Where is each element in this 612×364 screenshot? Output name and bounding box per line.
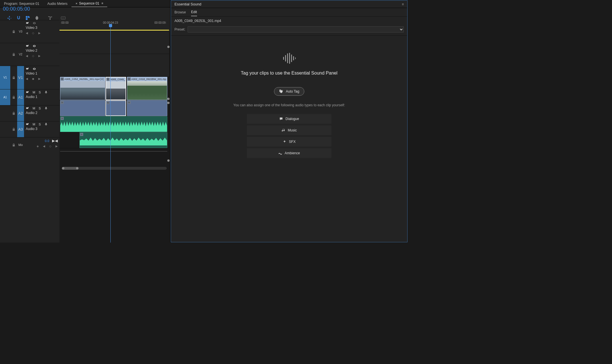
voiceover-icon[interactable] <box>44 91 48 94</box>
audio-type-music[interactable]: Music <box>247 125 331 135</box>
clip-a1-2[interactable]: fx <box>106 100 126 116</box>
clip-a2-1[interactable]: fx <box>60 116 167 132</box>
source-patch-a1[interactable]: A1 <box>0 89 10 105</box>
horizontal-scrollbar[interactable] <box>62 167 167 170</box>
lock-a1[interactable] <box>10 89 17 105</box>
timeline-clips-area[interactable]: :00:00 00:00:04:23 00:00:09: fx A005_C05… <box>59 20 170 243</box>
track-header-v1[interactable]: V1 V1 Video 1 ◀◆▶ <box>0 66 59 89</box>
audio-type-ambience[interactable]: Ambience <box>247 148 331 158</box>
solo-button[interactable]: S <box>39 123 41 126</box>
track-header-v2[interactable]: V2 Video 2 ◀◇▶ <box>0 43 59 66</box>
tab-edit[interactable]: Edit <box>191 8 197 16</box>
tab-sequence[interactable]: × Sequence 01 ≡ <box>71 0 107 7</box>
clip-a3-1[interactable]: fx <box>80 132 167 148</box>
solo-button[interactable]: S <box>39 91 41 94</box>
work-area-bar[interactable] <box>59 30 169 31</box>
target-v2[interactable]: V2 <box>17 43 24 66</box>
clip-a1-3[interactable]: fx <box>127 100 167 116</box>
track-header-v3[interactable]: V3 Video 3 ◀◇▶ <box>0 20 59 43</box>
target-v1[interactable]: V1 <box>17 66 24 89</box>
source-patch-v2[interactable] <box>0 43 10 66</box>
playhead[interactable] <box>110 25 111 243</box>
source-patch-a3[interactable] <box>0 121 10 137</box>
fx-badge[interactable]: fx <box>128 77 131 81</box>
target-a3[interactable]: A3 <box>17 121 24 137</box>
snap-icon[interactable] <box>16 15 21 21</box>
timecode-display[interactable]: 00:00:05:00 <box>3 6 69 12</box>
scroll-dot[interactable] <box>167 98 170 100</box>
mix-value[interactable]: 0.0 <box>45 139 49 143</box>
panel-menu-icon[interactable]: ≡ <box>402 2 404 6</box>
sync-lock-icon[interactable] <box>26 123 29 126</box>
solo-button[interactable]: S <box>39 107 41 110</box>
lock-v1[interactable] <box>10 66 17 89</box>
fx-badge[interactable]: fx <box>61 77 64 81</box>
mute-button[interactable]: M <box>33 91 35 94</box>
keyframe-nav-v3[interactable]: ◀◇▶ <box>26 31 58 35</box>
eye-icon[interactable] <box>33 21 36 25</box>
source-patch-a2[interactable] <box>0 105 10 121</box>
sync-lock-icon[interactable] <box>26 91 29 94</box>
auto-tag-button[interactable]: Auto Tag <box>274 87 304 96</box>
clip-v1-3[interactable]: fx A002_C018_0922BW_001.mp <box>127 77 167 100</box>
scroll-dot[interactable] <box>167 159 170 162</box>
source-patch-v1[interactable]: V1 <box>0 66 10 89</box>
clip-v1-2[interactable]: fx A005_C049_ <box>106 77 126 100</box>
sync-lock-icon[interactable] <box>26 44 29 48</box>
sync-lock-icon[interactable] <box>26 67 29 71</box>
settings-icon[interactable] <box>47 15 53 21</box>
fx-badge[interactable]: fx <box>128 101 131 104</box>
lock-a2[interactable] <box>10 105 17 121</box>
mute-button[interactable]: M <box>33 107 35 110</box>
mute-button[interactable]: M <box>33 123 35 126</box>
target-v3[interactable]: V3 <box>17 20 24 43</box>
close-icon[interactable]: × <box>75 2 77 5</box>
track-name-v3: Video 3 <box>26 26 58 30</box>
sync-lock-icon[interactable] <box>26 107 29 110</box>
sync-lock-icon[interactable] <box>26 21 29 25</box>
audio-type-dialogue[interactable]: Dialogue <box>247 114 331 124</box>
preset-dropdown[interactable] <box>188 26 404 33</box>
fx-badge[interactable]: fx <box>106 78 110 81</box>
track-header-mix[interactable]: Mix 0.0 ▶◀ ◈◀◇▶ <box>0 137 59 153</box>
linked-selection-icon[interactable] <box>25 15 30 21</box>
insert-overwrite-icon[interactable] <box>7 15 12 21</box>
tab-menu-icon[interactable]: ≡ <box>102 2 103 5</box>
source-patch-v3[interactable] <box>0 20 10 43</box>
keyframe-nav-mix[interactable]: ◈◀◇▶ <box>26 145 58 148</box>
track-header-a1[interactable]: A1 A1 M S Audio 1 <box>0 89 59 105</box>
lock-mix[interactable] <box>10 137 17 153</box>
target-a1[interactable]: A1 <box>17 89 24 105</box>
scroll-dot[interactable] <box>167 46 170 48</box>
essential-sound-header: Essential Sound ≡ <box>171 1 407 8</box>
tab-browse[interactable]: Browse <box>174 8 186 16</box>
lock-v2[interactable] <box>10 43 17 66</box>
clip-v1-1[interactable]: fx A005_C052_0925BL_001.mp4 [V] <box>60 77 105 100</box>
time-ruler[interactable]: :00:00 00:00:04:23 00:00:09: <box>59 20 170 31</box>
essential-sound-content: Tag your clips to use the Essential Soun… <box>171 36 407 242</box>
track-header-a3[interactable]: A3 M S Audio 3 <box>0 121 59 137</box>
track-name-v2: Video 2 <box>26 49 58 53</box>
scroll-dot[interactable] <box>167 102 170 104</box>
eye-icon[interactable] <box>33 44 36 48</box>
keyframe-nav-v2[interactable]: ◀◇▶ <box>26 54 58 57</box>
fx-badge[interactable]: fx <box>61 101 64 104</box>
voiceover-icon[interactable] <box>44 123 48 126</box>
scrollbar-thumb[interactable] <box>62 167 79 170</box>
clip-a1-1[interactable]: fx <box>60 100 105 116</box>
captions-icon[interactable]: CC <box>61 15 66 21</box>
keyframe-nav-v1[interactable]: ◀◆▶ <box>26 77 58 80</box>
fx-badge[interactable]: fx <box>106 101 110 104</box>
essential-sound-subtitle: You can also assign one of the following… <box>233 103 345 108</box>
svg-rect-4 <box>26 68 28 69</box>
target-a2[interactable]: A2 <box>17 105 24 121</box>
track-header-a2[interactable]: A2 M S Audio 2 <box>0 105 59 121</box>
collapse-icon[interactable]: ▶◀ <box>52 139 58 143</box>
audio-type-sfx[interactable]: SFX <box>247 137 331 147</box>
tag-sparkle-icon <box>279 89 283 94</box>
lock-a3[interactable] <box>10 121 17 137</box>
voiceover-icon[interactable] <box>44 107 48 110</box>
marker-icon[interactable] <box>34 15 39 21</box>
eye-icon[interactable] <box>33 67 36 71</box>
lock-v3[interactable] <box>10 20 17 43</box>
